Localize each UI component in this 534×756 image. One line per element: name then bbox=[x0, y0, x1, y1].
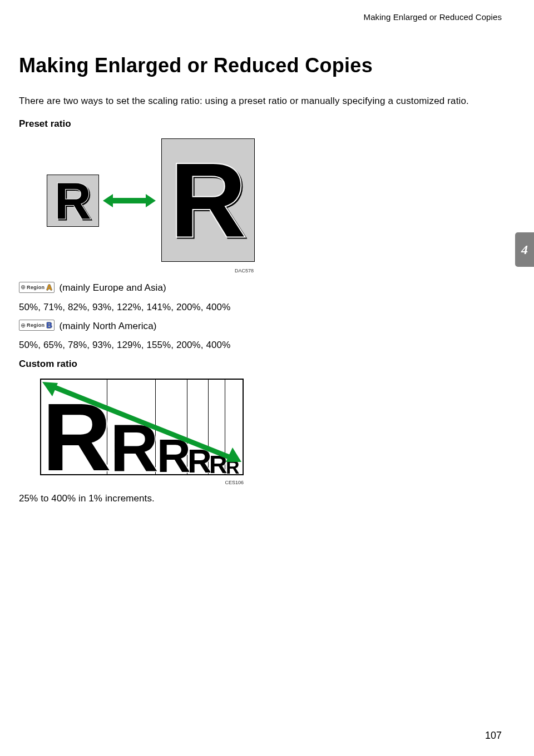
region-a-badge: ⊕ Region A bbox=[19, 282, 55, 293]
region-word: Region bbox=[27, 322, 44, 328]
region-b-badge: ⊕ Region B bbox=[19, 320, 55, 331]
globe-icon: ⊕ bbox=[21, 322, 26, 329]
figure-id-2: CES106 bbox=[40, 480, 244, 485]
region-a-line: ⊕ Region A (mainly Europe and Asia) bbox=[19, 282, 502, 294]
region-word: Region bbox=[27, 285, 44, 290]
page-title: Making Enlarged or Reduced Copies bbox=[19, 54, 502, 77]
region-letter-b: B bbox=[46, 321, 52, 329]
globe-icon: ⊕ bbox=[21, 284, 26, 290]
region-letter-a: A bbox=[46, 284, 52, 291]
page-number: 107 bbox=[485, 730, 502, 742]
preset-ratio-figure: R R bbox=[40, 138, 502, 263]
preset-ratio-heading: Preset ratio bbox=[19, 118, 502, 130]
region-b-line: ⊕ Region B (mainly North America) bbox=[19, 321, 502, 332]
large-doc-icon: R bbox=[161, 138, 255, 262]
double-arrow-icon bbox=[103, 194, 156, 207]
custom-ratio-figure: R R R R R R bbox=[40, 379, 502, 475]
region-b-values: 50%, 65%, 78%, 93%, 129%, 155%, 200%, 40… bbox=[19, 340, 502, 351]
region-a-desc: (mainly Europe and Asia) bbox=[59, 282, 166, 293]
region-b-desc: (mainly North America) bbox=[59, 321, 156, 331]
custom-ratio-desc: 25% to 400% in 1% increments. bbox=[19, 493, 502, 504]
figure-id-1: DAC578 bbox=[40, 268, 254, 273]
chapter-tab: 4 bbox=[515, 232, 534, 267]
running-header: Making Enlarged or Reduced Copies bbox=[19, 12, 502, 22]
intro-text: There are two ways to set the scaling ra… bbox=[19, 94, 502, 108]
custom-ratio-heading: Custom ratio bbox=[19, 359, 502, 370]
small-doc-icon: R bbox=[47, 175, 99, 227]
region-a-values: 50%, 71%, 82%, 93%, 122%, 141%, 200%, 40… bbox=[19, 302, 502, 313]
